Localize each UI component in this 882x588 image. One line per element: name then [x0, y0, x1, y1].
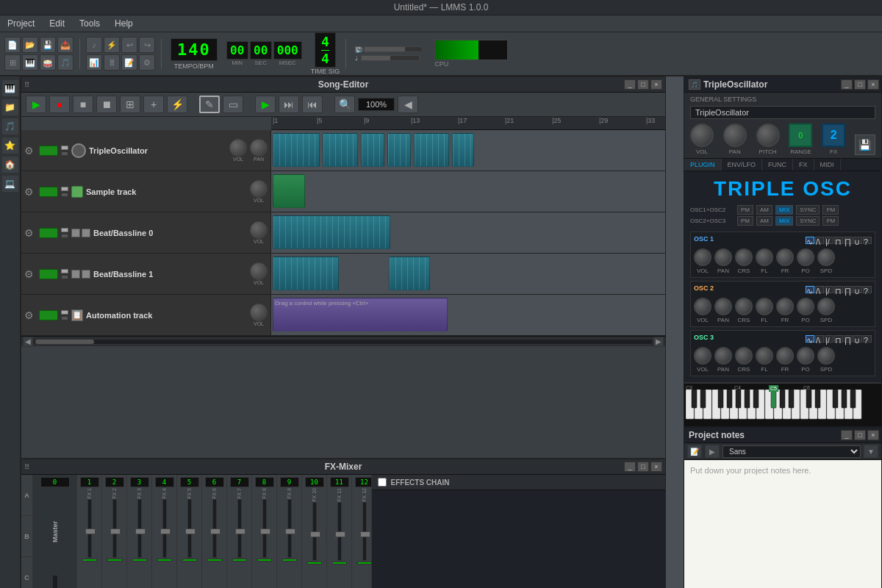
clip[interactable]: [273, 133, 320, 167]
timesig-display[interactable]: 4 4: [315, 32, 336, 68]
osc3-wave-tri[interactable]: /\: [815, 335, 824, 343]
osc3-wave-user[interactable]: ?: [863, 335, 872, 343]
left-icon-my-projects[interactable]: 📁: [1, 98, 19, 116]
nav-right-button[interactable]: ▶: [255, 96, 276, 113]
fx-fader-4[interactable]: [162, 499, 167, 558]
osc2-wave-square[interactable]: ⊓: [834, 286, 843, 293]
fx-fader-handle-9[interactable]: [285, 528, 295, 534]
mod-pm-1[interactable]: PM: [737, 205, 753, 215]
osc2-crs-knob[interactable]: [735, 298, 753, 315]
osc-pan-knob[interactable]: [723, 123, 747, 147]
song-editor-maximize[interactable]: □: [637, 79, 649, 90]
osc1-crs-knob[interactable]: [735, 248, 753, 266]
osc3-pan-knob[interactable]: [714, 347, 732, 365]
fx-fader-handle-11[interactable]: [335, 531, 345, 537]
osc2-pan-knob[interactable]: [714, 298, 732, 315]
fx-mixer-minimize[interactable]: _: [624, 462, 636, 472]
stop-button[interactable]: ■: [73, 96, 93, 113]
track-vol-knob-1[interactable]: [250, 180, 268, 198]
mod-pm-2[interactable]: PM: [737, 216, 753, 226]
track-content-4[interactable]: Drag a control while pressing <Ctrl>: [271, 295, 665, 335]
fx-fader-9[interactable]: [287, 499, 292, 558]
save-file-button[interactable]: 💾: [40, 37, 56, 53]
osc2-wave-user[interactable]: ?: [863, 286, 872, 293]
add-instrument-button[interactable]: ♪: [86, 37, 102, 53]
osc3-wave-saw[interactable]: |/: [825, 335, 833, 343]
fx-master-fader[interactable]: [52, 575, 58, 588]
fx-mixer-close[interactable]: ×: [650, 462, 662, 472]
osc2-spd-knob[interactable]: [817, 298, 835, 315]
osc1-wave-square[interactable]: ⊓: [834, 237, 843, 244]
track-content-0[interactable]: [271, 130, 665, 171]
master-vol-icon[interactable]: 🔊: [355, 46, 361, 52]
fx-fader-1[interactable]: [87, 499, 92, 558]
osc2-vol-knob[interactable]: [694, 298, 711, 315]
osc1-spd-knob[interactable]: [817, 248, 835, 266]
track-name-4[interactable]: Automation track: [86, 311, 247, 320]
osc3-crs-knob[interactable]: [735, 347, 753, 365]
track-gear-2[interactable]: ⚙: [24, 227, 36, 239]
song-editor-close[interactable]: ×: [650, 79, 662, 90]
fx-fader-handle-3[interactable]: [135, 528, 146, 534]
mod-sync-1[interactable]: SYNC: [796, 205, 820, 215]
osc1-wave-exp[interactable]: ∪: [853, 237, 862, 244]
left-icon-instruments[interactable]: 🎹: [1, 79, 19, 97]
add-effect-toolbar-button[interactable]: ⚡: [104, 37, 120, 53]
fx-fader-handle-2[interactable]: [110, 528, 121, 534]
osc1-vol-knob[interactable]: [694, 248, 711, 266]
fx-fader-handle-8[interactable]: [260, 528, 270, 534]
track-mute-0[interactable]: [39, 146, 58, 156]
tab-midi[interactable]: MIDI: [814, 159, 841, 171]
osc3-wave-moog[interactable]: ∏: [844, 335, 853, 343]
osc1-po-knob[interactable]: [797, 248, 814, 266]
song-scrollbar-h-thumb[interactable]: [35, 340, 94, 344]
master-pitch-slider[interactable]: [361, 55, 420, 61]
project-notes-maximize[interactable]: □: [854, 430, 866, 440]
track-gear-0[interactable]: ⚙: [24, 145, 36, 157]
effects-chain-checkbox[interactable]: [378, 478, 387, 487]
tab-plugin[interactable]: PLUGIN: [684, 159, 722, 171]
redo-button[interactable]: ↪: [139, 37, 155, 53]
osc-save-button[interactable]: 💾: [855, 135, 875, 155]
fx-fader-3[interactable]: [137, 499, 142, 558]
fx-fader-handle-5[interactable]: [185, 528, 196, 534]
triple-osc-maximize[interactable]: □: [854, 79, 866, 90]
menu-help[interactable]: Help: [110, 17, 137, 30]
mod-fm-2[interactable]: FM: [822, 216, 839, 226]
menu-edit[interactable]: Edit: [45, 17, 69, 30]
clip[interactable]: [387, 133, 411, 167]
scroll-left-button[interactable]: ◀: [23, 337, 33, 347]
osc3-wave-square[interactable]: ⊓: [834, 335, 843, 343]
osc3-fl-knob[interactable]: [756, 347, 773, 365]
fx-fader-handle-1[interactable]: [85, 528, 96, 534]
fx-fader-11[interactable]: [337, 502, 342, 561]
clip[interactable]: [323, 133, 358, 167]
osc1-fr-knob[interactable]: [776, 248, 794, 266]
master-pitch-icon[interactable]: ♩: [355, 55, 358, 62]
fx-fader-8[interactable]: [262, 499, 267, 558]
sample-button[interactable]: 🎵: [57, 54, 74, 71]
track-content-2[interactable]: [271, 212, 665, 253]
notes-font-select[interactable]: Sans Serif Mono: [723, 445, 861, 458]
left-icon-computer[interactable]: 💻: [1, 175, 19, 193]
osc1-wave-saw[interactable]: |/: [825, 237, 833, 244]
fx-fader-handle-7[interactable]: [235, 528, 245, 534]
triple-osc-close[interactable]: ×: [867, 79, 879, 90]
tab-func[interactable]: FUNC: [762, 159, 793, 171]
track-gear-4[interactable]: ⚙: [24, 309, 36, 321]
fx-fader-7[interactable]: [237, 499, 242, 558]
notes-dropdown-btn[interactable]: ▼: [864, 445, 878, 458]
fx-fader-6[interactable]: [212, 499, 217, 558]
osc3-po-knob[interactable]: [797, 347, 814, 365]
project-notes-button[interactable]: 📝: [121, 54, 137, 71]
osc1-wave-tri[interactable]: /\: [815, 237, 824, 244]
add-bb-track-button[interactable]: ⊞: [120, 96, 140, 113]
track-mute-2[interactable]: [39, 228, 58, 238]
osc-fx-btn[interactable]: 2: [822, 123, 845, 147]
record-button[interactable]: ●: [49, 96, 70, 113]
osc2-wave-exp[interactable]: ∪: [853, 286, 862, 293]
master-vol-slider[interactable]: [364, 46, 423, 52]
clip[interactable]: [273, 215, 390, 249]
play-button[interactable]: ▶: [26, 96, 46, 113]
osc1-wave-user[interactable]: ?: [863, 237, 872, 244]
